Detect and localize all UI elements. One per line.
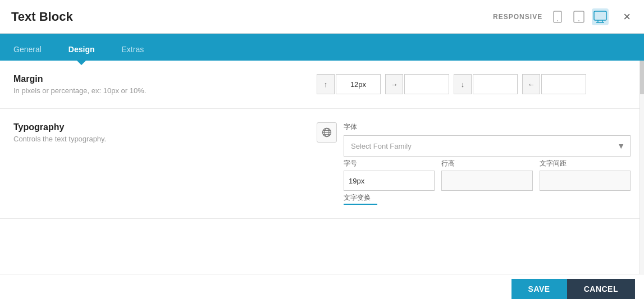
margin-left-arrow[interactable]: ← [522, 74, 540, 94]
typography-section: Typography Controls the text typography. [0, 109, 644, 219]
save-button[interactable]: SAVE [511, 279, 567, 299]
device-icons [549, 8, 609, 25]
margin-description: In pixels or percentage, ex: 10px or 10%… [13, 86, 305, 95]
margin-bottom-arrow[interactable]: ↓ [454, 74, 472, 94]
margin-right-input[interactable] [404, 74, 449, 94]
tabs-bar: General Design Extras [0, 34, 644, 61]
font-family-select[interactable]: Select Font Family [344, 135, 631, 157]
font-size-input[interactable] [344, 171, 435, 191]
letter-spacing-label: 文字间距 [540, 159, 631, 168]
scrollbar[interactable] [640, 61, 644, 274]
tab-extras[interactable]: Extras [108, 38, 158, 61]
margin-top-group: ↑ [317, 74, 381, 94]
content-area: Margin In pixels or percentage, ex: 10px… [0, 61, 644, 274]
tab-design[interactable]: Design [55, 38, 108, 61]
typography-label-group: Typography Controls the text typography. [13, 122, 305, 143]
desktop-icon[interactable] [592, 8, 609, 25]
header: Text Block RESPONSIVE [0, 0, 644, 34]
margin-inputs: ↑ → ↓ ← [317, 74, 631, 94]
margin-bottom-group: ↓ [454, 74, 518, 94]
margin-top-input[interactable] [336, 74, 381, 94]
margin-left-group: ← [522, 74, 586, 94]
typography-top-row: 字体 Select Font Family ▼ 字号 [317, 122, 631, 205]
line-height-group: 行高 [441, 159, 532, 191]
font-select-wrapper: Select Font Family ▼ [344, 135, 631, 157]
svg-point-1 [557, 20, 558, 21]
margin-layout: Margin In pixels or percentage, ex: 10px… [13, 74, 631, 95]
typography-description: Controls the text typography. [13, 135, 305, 143]
cancel-button[interactable]: CANCEL [567, 279, 635, 299]
mobile-icon[interactable] [549, 8, 566, 25]
text-transform-divider [344, 204, 377, 205]
line-height-label: 行高 [441, 159, 532, 168]
svg-rect-4 [594, 11, 606, 20]
language-button[interactable] [317, 122, 337, 143]
text-transform-label: 文字变换 [344, 193, 631, 203]
font-settings: 字体 Select Font Family ▼ 字号 [344, 122, 631, 205]
font-metrics-row: 字号 行高 文字间距 [344, 159, 631, 191]
svg-point-3 [578, 20, 579, 21]
font-size-label: 字号 [344, 159, 435, 168]
margin-top-arrow[interactable]: ↑ [317, 74, 335, 94]
scroll-thumb[interactable] [640, 61, 644, 94]
margin-right-arrow[interactable]: → [385, 74, 403, 94]
responsive-label: RESPONSIVE [493, 13, 542, 21]
close-button[interactable]: × [621, 10, 633, 24]
margin-section: Margin In pixels or percentage, ex: 10px… [0, 61, 644, 109]
line-height-input[interactable] [441, 171, 532, 191]
font-family-label: 字体 [344, 122, 631, 132]
margin-label-group: Margin In pixels or percentage, ex: 10px… [13, 74, 305, 95]
font-size-group: 字号 [344, 159, 435, 191]
typography-controls: 字体 Select Font Family ▼ 字号 [317, 122, 631, 205]
footer: SAVE CANCEL [0, 274, 644, 303]
typography-layout: Typography Controls the text typography. [13, 122, 631, 205]
letter-spacing-input[interactable] [540, 171, 631, 191]
page-title: Text Block [11, 10, 73, 24]
typography-title: Typography [13, 122, 305, 132]
margin-title: Margin [13, 74, 305, 84]
margin-right-group: → [385, 74, 449, 94]
margin-controls: ↑ → ↓ ← [317, 74, 631, 94]
margin-left-input[interactable] [541, 74, 586, 94]
margin-bottom-input[interactable] [473, 74, 518, 94]
header-controls: RESPONSIVE [493, 8, 633, 25]
tablet-icon[interactable] [570, 8, 587, 25]
tab-general[interactable]: General [0, 38, 55, 61]
letter-spacing-group: 文字间距 [540, 159, 631, 191]
